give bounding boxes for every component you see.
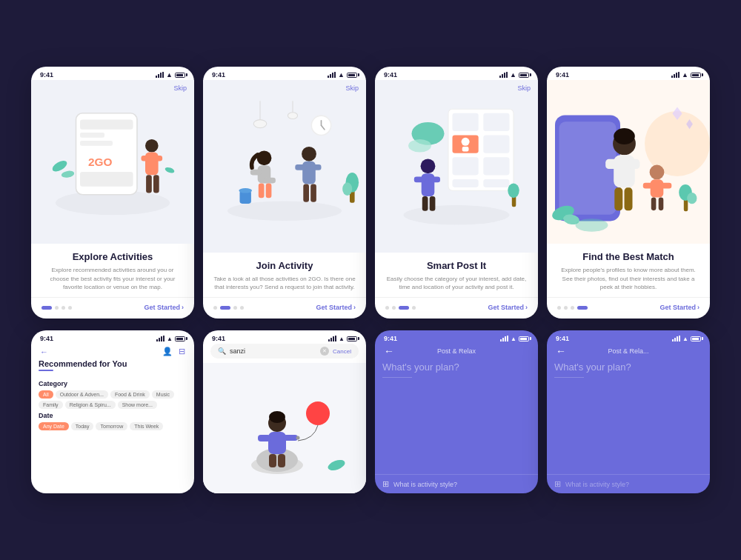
- svg-rect-9: [142, 156, 151, 161]
- post-divider: [382, 377, 412, 378]
- category-label: Category: [39, 380, 187, 387]
- status-bar-8: 9:41 ▲: [547, 330, 710, 344]
- smart-card: 9:41 ▲ Skip: [375, 67, 538, 319]
- battery-icon-8: [691, 336, 701, 341]
- chip-more[interactable]: Show more...: [118, 401, 157, 409]
- svg-rect-11: [146, 175, 152, 193]
- svg-rect-75: [643, 183, 654, 189]
- dots-1: [41, 306, 72, 310]
- svg-rect-74: [651, 179, 664, 197]
- back-btn-8[interactable]: ←: [556, 345, 566, 357]
- status-icons-1: ▲: [156, 71, 185, 79]
- svg-rect-60: [430, 196, 436, 211]
- dot-4-4: [577, 306, 588, 310]
- chip-anydate[interactable]: Any Date: [39, 422, 69, 430]
- svg-rect-69: [605, 159, 618, 169]
- svg-rect-70: [628, 159, 640, 169]
- svg-rect-33: [310, 164, 321, 170]
- svg-point-62: [508, 183, 519, 198]
- card-content-2: Join Activity Take a look at all those a…: [203, 253, 366, 297]
- svg-rect-29: [266, 183, 272, 198]
- card-title-2: Join Activity: [213, 260, 356, 271]
- chip-all[interactable]: All: [39, 390, 53, 399]
- svg-rect-28: [259, 183, 265, 198]
- chip-music[interactable]: Music: [152, 390, 174, 399]
- svg-rect-93: [283, 435, 298, 441]
- chip-today[interactable]: Today: [71, 422, 94, 430]
- get-started-btn-2[interactable]: Get Started ›: [316, 304, 356, 311]
- dot-4-1: [557, 306, 561, 310]
- svg-rect-2: [80, 120, 133, 130]
- svg-rect-52: [483, 179, 509, 187]
- get-started-btn-1[interactable]: Get Started ›: [144, 304, 184, 311]
- post1-nav: ← Post & Relax ←: [375, 344, 538, 359]
- svg-rect-78: [659, 198, 664, 211]
- filter-card: 9:41 ▲ ← 👤 ⊟ Recommended for You Categor…: [31, 330, 194, 493]
- get-started-btn-3[interactable]: Get Started ›: [488, 304, 528, 311]
- svg-point-98: [327, 458, 347, 472]
- battery-icon-5: [175, 336, 185, 341]
- skip-btn-1[interactable]: Skip: [173, 84, 187, 92]
- post2-text[interactable]: What is activity style?: [565, 481, 629, 488]
- chip-food[interactable]: Food & Drink: [110, 390, 150, 399]
- svg-rect-47: [462, 147, 469, 152]
- search-input-6[interactable]: sanzi: [230, 347, 316, 355]
- dot-2-4: [240, 306, 244, 310]
- svg-rect-77: [651, 198, 657, 211]
- back-btn-5[interactable]: ←: [40, 347, 48, 356]
- activity-style-text[interactable]: What is activity style?: [393, 481, 457, 488]
- wifi-icon-7: ▲: [511, 336, 516, 342]
- chip-outdoor[interactable]: Outdoor & Adven...: [56, 390, 108, 399]
- get-started-btn-4[interactable]: Get Started ›: [659, 304, 700, 311]
- search-cancel-6[interactable]: Cancel: [333, 348, 351, 355]
- svg-point-15: [165, 166, 176, 174]
- filter-icon-5[interactable]: ⊟: [179, 347, 185, 356]
- profile-icon-5[interactable]: 👤: [162, 347, 173, 356]
- dot-2-3: [233, 306, 237, 310]
- svg-point-7: [145, 139, 159, 153]
- card-content-1: Explore Activities Explore recommended a…: [31, 244, 194, 297]
- post1-card: 9:41 ▲ ← Post & Relax ← What's your plan…: [375, 330, 538, 493]
- svg-point-41: [404, 205, 510, 224]
- search-illus-svg: [210, 380, 359, 476]
- wifi-icon-5: ▲: [167, 336, 173, 342]
- illus-svg-4: [547, 80, 710, 244]
- status-icons-2: ▲: [328, 71, 357, 79]
- signal-icon-5: [156, 336, 165, 341]
- wifi-icon-6: ▲: [339, 336, 345, 342]
- search-bar-6[interactable]: 🔍 sanzi ✕ Cancel: [210, 344, 359, 359]
- join-card: 9:41 ▲ Skip: [203, 67, 366, 319]
- svg-point-20: [288, 113, 297, 119]
- svg-point-97: [296, 436, 300, 440]
- search-card: 9:41 ▲ 🔍 sanzi ✕ Cancel: [203, 330, 366, 493]
- svg-rect-10: [153, 156, 162, 161]
- svg-point-86: [576, 219, 608, 232]
- skip-btn-2[interactable]: Skip: [345, 84, 359, 92]
- signal-icon-2: [328, 72, 336, 78]
- chip-tomorrow[interactable]: Tomorrow: [96, 422, 127, 430]
- chip-thisweek[interactable]: This Week: [130, 422, 163, 430]
- status-icons-7: ▲: [500, 336, 529, 342]
- illustration-1: Skip 2GO: [31, 80, 194, 244]
- spacer-7: ←: [519, 345, 529, 357]
- chip-family[interactable]: Family: [39, 401, 63, 409]
- svg-point-14: [61, 170, 75, 179]
- svg-rect-58: [429, 177, 440, 183]
- dot-1-1: [41, 306, 52, 310]
- time-4: 9:41: [556, 71, 569, 79]
- nav-icons-5: 👤 ⊟: [162, 347, 185, 356]
- card-title-1: Explore Activities: [41, 251, 184, 262]
- back-btn-7[interactable]: ←: [384, 345, 394, 357]
- status-icons-5: ▲: [156, 336, 185, 342]
- skip-btn-3[interactable]: Skip: [517, 84, 531, 92]
- search-icon-6: 🔍: [218, 347, 226, 355]
- spacer-8: ←: [691, 345, 701, 357]
- date-label: Date: [39, 412, 187, 419]
- svg-rect-72: [625, 187, 633, 210]
- search-clear-6[interactable]: ✕: [320, 347, 329, 356]
- svg-point-54: [408, 139, 431, 153]
- svg-rect-76: [661, 183, 671, 189]
- illus-svg-2: [203, 80, 366, 253]
- svg-point-73: [650, 165, 665, 180]
- chip-religion[interactable]: Religion & Spiru...: [65, 401, 116, 409]
